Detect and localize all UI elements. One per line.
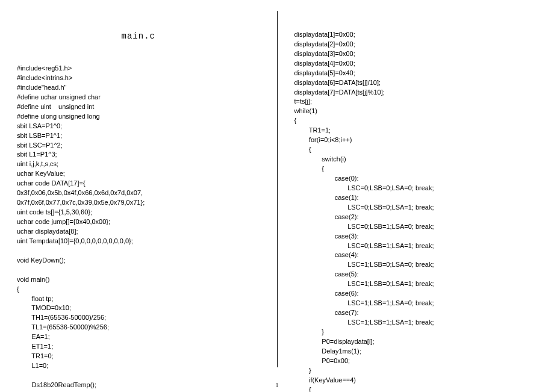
file-title: main.c xyxy=(17,30,260,42)
right-column: displaydata[1]=0x00; displaydata[2]=0x00… xyxy=(278,0,555,373)
page-number: 1 xyxy=(0,382,554,388)
left-column: main.c #include<reg51.h> #include<intrin… xyxy=(0,0,277,373)
code-right: displaydata[1]=0x00; displaydata[2]=0x00… xyxy=(294,30,538,392)
code-left: #include<reg51.h> #include<intrins.h> #i… xyxy=(17,64,260,392)
document-page: main.c #include<reg51.h> #include<intrin… xyxy=(0,0,554,373)
